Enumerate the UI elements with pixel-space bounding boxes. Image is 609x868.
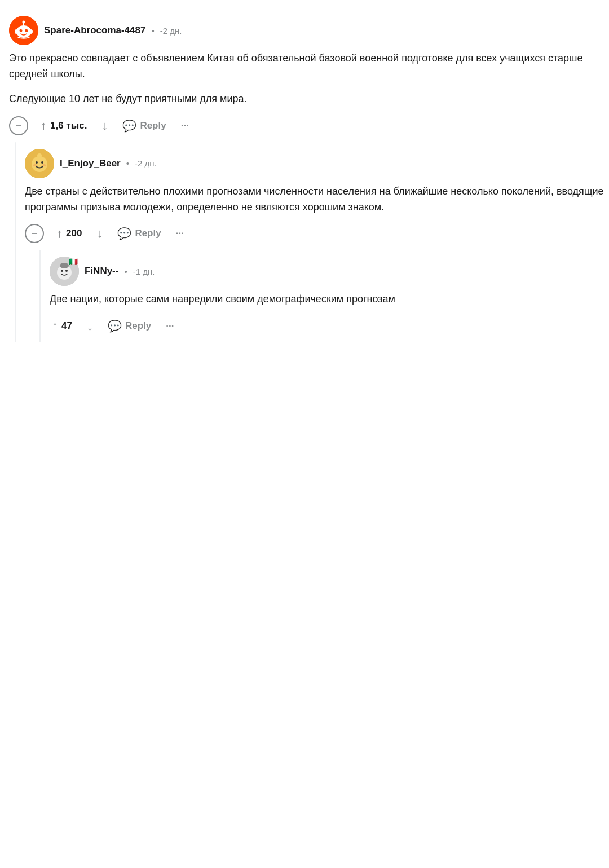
more-icon-3: ··· <box>166 320 174 332</box>
downvote-button-3[interactable]: ↓ <box>85 315 95 337</box>
upvote-icon-3: ↑ <box>52 319 58 333</box>
more-icon-1: ··· <box>181 120 189 131</box>
svg-point-4 <box>21 29 22 30</box>
svg-point-13 <box>41 161 43 164</box>
downvote-button-1[interactable]: ↓ <box>99 115 110 136</box>
timestamp-1: -2 дн. <box>160 26 182 36</box>
reply-icon-2: 💬 <box>117 227 131 240</box>
upvote-icon-2: ↑ <box>56 226 63 241</box>
comment-header-1: Spare-Abrocoma-4487 • -2 дн. <box>9 16 600 45</box>
italy-flag-icon: 🇮🇹 <box>69 258 78 266</box>
nested-thread-2: 🇮🇹 FiNNy-- • -1 дн. Две нации, которые с… <box>25 250 609 342</box>
upvote-button-3[interactable]: ↑ 47 <box>50 315 74 337</box>
svg-point-7 <box>23 21 25 24</box>
timestamp-3: -1 дн. <box>133 267 155 276</box>
collapse-icon-1: − <box>16 120 22 131</box>
comment-paragraph-1-2: Следующие 10 лет не будут приятными для … <box>9 91 600 107</box>
vertical-line-1 <box>15 142 16 343</box>
downvote-icon-2: ↓ <box>96 226 103 241</box>
more-button-1[interactable]: ··· <box>179 117 191 135</box>
reply-label-3: Reply <box>125 320 151 332</box>
username-1[interactable]: Spare-Abrocoma-4487 <box>44 25 145 36</box>
comment-paragraph-3-1: Две нации, которые сами навредили своим … <box>50 292 609 307</box>
collapse-button-1[interactable]: − <box>9 116 28 135</box>
svg-point-11 <box>32 156 47 172</box>
downvote-icon-3: ↓ <box>87 319 93 333</box>
svg-point-8 <box>15 29 18 34</box>
upvote-button-2[interactable]: ↑ 200 <box>54 223 84 244</box>
svg-point-16 <box>37 153 42 158</box>
avatar-spare-abrocoma <box>9 16 38 45</box>
comment-top-level: Spare-Abrocoma-4487 • -2 дн. Это прекрас… <box>0 9 609 136</box>
separator-2: • <box>126 158 129 168</box>
comment-body-1: Это прекрасно совпадает с объявлением Ки… <box>9 51 600 107</box>
reply-label-2: Reply <box>135 228 161 239</box>
upvote-icon-1: ↑ <box>41 118 47 133</box>
comment-actions-3: ↑ 47 ↓ 💬 Reply ··· <box>50 315 609 337</box>
comment-paragraph-1-1: Это прекрасно совпадает с объявлением Ки… <box>9 51 600 82</box>
comment-header-2: I_Enjoy_Beer • -2 дн. <box>25 149 609 178</box>
vote-count-1: 1,6 тыс. <box>50 120 87 131</box>
reply-icon-1: 💬 <box>122 119 136 133</box>
separator-3: • <box>124 267 127 276</box>
collapse-button-2[interactable]: − <box>25 224 44 243</box>
timestamp-2: -2 дн. <box>135 158 157 168</box>
svg-point-20 <box>65 270 68 272</box>
avatar-i-enjoy-beer <box>25 149 54 178</box>
svg-point-9 <box>29 29 33 34</box>
svg-point-12 <box>36 161 38 164</box>
nested-thread-1: I_Enjoy_Beer • -2 дн. Две страны с дейст… <box>0 142 609 343</box>
reply-label-1: Reply <box>140 120 166 131</box>
collapse-icon-2: − <box>32 228 38 240</box>
svg-point-21 <box>60 263 69 268</box>
username-2[interactable]: I_Enjoy_Beer <box>60 158 121 169</box>
reply-button-2[interactable]: 💬 Reply <box>115 223 163 244</box>
comment-actions-1: − ↑ 1,6 тыс. ↓ 💬 Reply ··· <box>9 115 600 136</box>
nested-content-1: I_Enjoy_Beer • -2 дн. Две страны с дейст… <box>25 142 609 343</box>
comment-body-2: Две страны с действительно плохими прогн… <box>25 184 609 215</box>
reply-button-3[interactable]: 💬 Reply <box>105 316 153 336</box>
svg-point-2 <box>20 29 23 32</box>
svg-point-3 <box>25 29 28 32</box>
comment-paragraph-2-1: Две страны с действительно плохими прогн… <box>25 184 609 215</box>
separator-1: • <box>151 26 154 36</box>
downvote-button-2[interactable]: ↓ <box>94 223 105 244</box>
comment-body-3: Две нации, которые сами навредили своим … <box>50 292 609 307</box>
reply-button-1[interactable]: 💬 Reply <box>120 116 168 136</box>
comment-thread: Spare-Abrocoma-4487 • -2 дн. Это прекрас… <box>0 0 609 351</box>
vertical-line-2 <box>39 250 41 342</box>
upvote-button-1[interactable]: ↑ 1,6 тыс. <box>38 115 89 136</box>
avatar-finny: 🇮🇹 <box>50 257 79 286</box>
username-3[interactable]: FiNNy-- <box>85 266 118 277</box>
svg-point-5 <box>27 29 28 30</box>
more-button-2[interactable]: ··· <box>174 224 186 243</box>
reply-icon-3: 💬 <box>108 319 122 333</box>
svg-point-1 <box>16 25 31 38</box>
comment-header-3: 🇮🇹 FiNNy-- • -1 дн. <box>50 257 609 286</box>
comment-actions-2: − ↑ 200 ↓ 💬 Reply ··· <box>25 223 609 244</box>
vote-count-2: 200 <box>66 228 82 239</box>
more-icon-2: ··· <box>176 228 184 239</box>
vote-count-3: 47 <box>61 320 72 332</box>
nested-content-2: 🇮🇹 FiNNy-- • -1 дн. Две нации, которые с… <box>50 250 609 342</box>
downvote-icon-1: ↓ <box>102 118 108 133</box>
more-button-3[interactable]: ··· <box>164 317 176 335</box>
svg-point-19 <box>61 270 63 272</box>
